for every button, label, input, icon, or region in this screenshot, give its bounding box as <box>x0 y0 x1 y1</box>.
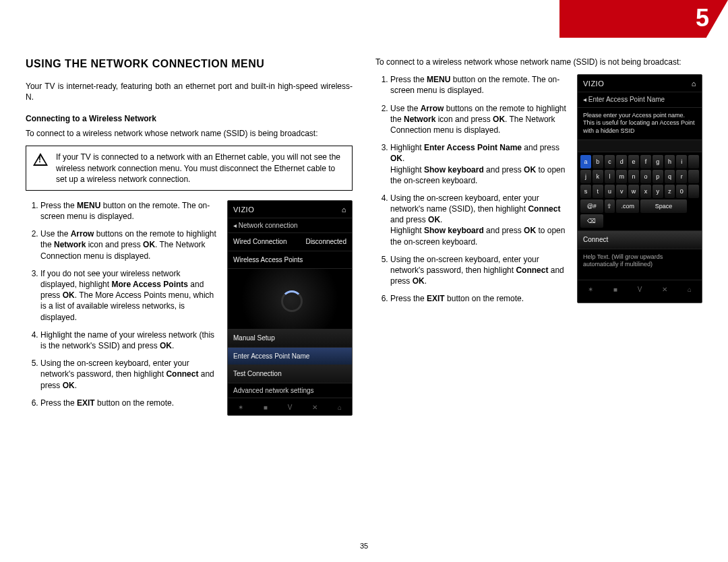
step-item: Highlight Enter Access Point Name and pr… <box>390 142 568 186</box>
intro-paragraph: Your TV is internet-ready, featuring bot… <box>26 81 353 102</box>
step-item: Using the on-screen keyboard, enter your… <box>390 254 568 287</box>
ss1-item-enter-ap: Enter Access Point Name <box>228 347 352 365</box>
onscreen-keyboard: abcdefghijklmnopqrstuvwxyz0@#⇧.comSpace⌫ <box>578 152 702 231</box>
step-item: Highlight the name of your wireless netw… <box>40 330 218 351</box>
home-icon: ⌂ <box>342 205 346 215</box>
key-t: t <box>593 185 603 198</box>
ss1-wap-label: Wireless Access Points <box>233 255 303 265</box>
step-item: Using the on-screen keyboard, enter your… <box>390 193 568 247</box>
ss1-wired-label: Wired Connection <box>233 237 286 247</box>
right-column: To connect to a wireless network whose n… <box>375 57 702 416</box>
lead-broadcast: To connect to a wireless network whose n… <box>26 128 353 139</box>
lead-hidden: To connect to a wireless network whose n… <box>375 57 702 67</box>
ss2-connect: Connect <box>578 230 702 249</box>
ss1-footer: ✶■V✕⌂ <box>228 398 352 416</box>
ss2-hint: Please enter your Access point name. Thi… <box>578 107 702 139</box>
left-column: USING THE NETWORK CONNECTION MENU Your T… <box>26 57 353 416</box>
step-item: Press the EXIT button on the remote. <box>40 398 218 408</box>
footer-btn: ■ <box>613 285 617 294</box>
step-item: Use the Arrow buttons on the remote to h… <box>40 228 218 261</box>
key-v: v <box>616 185 627 198</box>
step-item: Press the EXIT button on the remote. <box>390 293 568 304</box>
key-p: p <box>653 170 663 183</box>
key-xcom: .com <box>616 199 639 213</box>
footer-btn: ■ <box>264 403 268 412</box>
page-number: 35 <box>360 542 368 550</box>
key-b: b <box>593 155 603 168</box>
key-Space: Space <box>640 199 687 213</box>
key-h: h <box>665 155 675 168</box>
key-i: i <box>676 155 687 168</box>
key-r: r <box>676 170 687 183</box>
ss2-help: Help Text. (Will grow upwards automatica… <box>578 249 702 280</box>
key-0: 0 <box>676 185 687 198</box>
subsection-title: Connecting to a Wireless Network <box>26 113 353 124</box>
key-q: q <box>665 170 675 183</box>
key-x: ⌫ <box>580 214 603 228</box>
screenshot-keyboard: VIZIO ⌂ ◂ Enter Access Point Name Please… <box>577 74 702 303</box>
step-item: If you do not see your wireless network … <box>40 268 218 323</box>
footer-btn: V <box>288 403 293 412</box>
footer-btn: ✶ <box>238 403 243 412</box>
ss2-title: Enter Access Point Name <box>588 96 665 103</box>
chapter-number: 5 <box>696 4 709 32</box>
ss1-item-manual: Manual Setup <box>228 329 352 347</box>
footer-btn: ✕ <box>662 285 667 294</box>
key-y: y <box>653 185 663 198</box>
ss1-brand: VIZIO <box>233 205 254 215</box>
key-d: d <box>616 155 627 168</box>
ss2-footer: ✶■V✕⌂ <box>578 280 702 299</box>
footer-btn: ⌂ <box>338 403 342 412</box>
footer-btn: ✕ <box>312 403 317 412</box>
key-x: ⇧ <box>605 199 615 213</box>
step-item: Use the Arrow buttons on the remote to h… <box>390 103 568 136</box>
ss1-advanced: Advanced network settings <box>228 383 352 398</box>
screenshot-network-menu: VIZIO ⌂ ◂ Network connection Wired Conne… <box>227 200 353 416</box>
key-l: l <box>605 170 615 183</box>
key-m: m <box>616 170 627 183</box>
key-x: x <box>640 185 651 198</box>
ss2-brand: VIZIO <box>583 79 604 89</box>
page-heading: USING THE NETWORK CONNECTION MENU <box>26 57 353 71</box>
key-u: u <box>605 185 615 198</box>
home-icon: ⌂ <box>692 79 696 89</box>
step-item: Using the on-screen keyboard, enter your… <box>40 358 218 391</box>
key-o: o <box>640 170 651 183</box>
step-item: Press the MENU button on the remote. The… <box>40 200 218 222</box>
footer-btn: ✶ <box>588 285 593 294</box>
footer-btn: V <box>638 285 642 294</box>
ss1-item-test: Test Connection <box>228 365 352 383</box>
key-f: f <box>640 155 651 168</box>
loading-spinner-icon <box>228 268 352 329</box>
step-item: Press the MENU button on the remote. The… <box>390 74 568 96</box>
steps-broadcast: Press the MENU button on the remote. The… <box>26 200 218 408</box>
ss1-wired-status: Disconnected <box>305 237 346 247</box>
chapter-tab: 5 <box>559 0 728 38</box>
ss1-title: Network connection <box>239 222 298 229</box>
footer-btn: ⌂ <box>688 285 692 294</box>
key-k: k <box>593 170 603 183</box>
warning-text: If your TV is connected to a network wit… <box>56 152 340 183</box>
key-j: j <box>580 170 591 183</box>
key-w: w <box>628 185 639 198</box>
key-s: s <box>580 185 591 198</box>
key-z: z <box>665 185 675 198</box>
warning-box: ! If your TV is connected to a network w… <box>26 146 353 191</box>
key-g: g <box>653 155 663 168</box>
key-a: a <box>580 155 591 168</box>
key-n: n <box>628 170 639 183</box>
warning-icon-bang: ! <box>38 154 41 165</box>
key-c: c <box>605 155 615 168</box>
key-e: e <box>628 155 639 168</box>
key-xx: @# <box>580 199 603 213</box>
steps-hidden: Press the MENU button on the remote. The… <box>375 74 568 304</box>
